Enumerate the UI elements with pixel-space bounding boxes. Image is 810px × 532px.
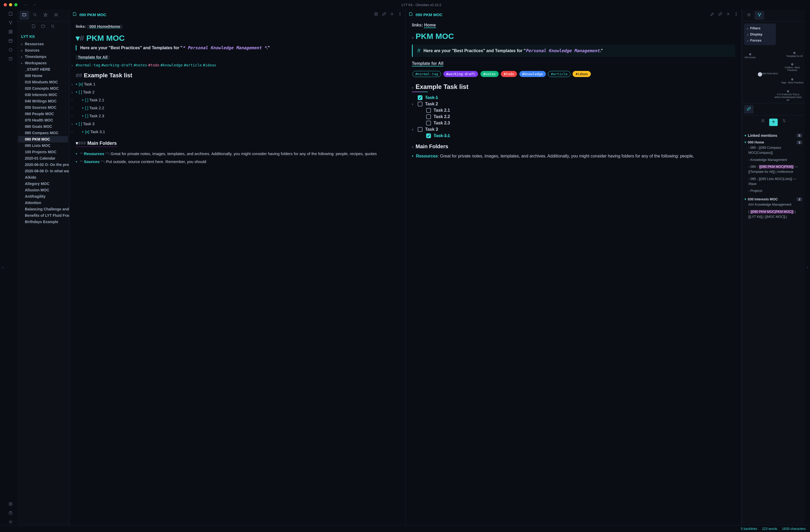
titlebar: ← → LYT Kit - Obsidian v0.10.2 [0, 0, 810, 10]
show-context-icon[interactable] [769, 118, 778, 126]
folder-item[interactable]: ▸Timestamps [17, 53, 69, 60]
svg-rect-8 [9, 39, 12, 42]
file-item[interactable]: 060 People MOC [17, 111, 69, 117]
close-pane-icon[interactable] [726, 12, 730, 17]
graph-display[interactable]: Display [745, 31, 775, 37]
settings-icon[interactable] [9, 520, 14, 525]
file-item[interactable]: 2020-01 Calendar [17, 155, 69, 161]
vault-title: LYT Kit [17, 32, 69, 41]
edit-mode-icon[interactable] [710, 12, 714, 17]
templates-icon[interactable] [9, 48, 14, 53]
new-note-icon[interactable] [32, 24, 36, 29]
graph-filters[interactable]: Filters [745, 25, 775, 31]
graph-node[interactable]: YYYY-MM-DD This is where timestamped not… [774, 90, 803, 101]
collapse-results-icon[interactable] [761, 118, 765, 126]
file-item[interactable]: Aikido [17, 174, 69, 180]
local-graph-tab[interactable] [755, 11, 764, 20]
file-item[interactable]: Attention [17, 199, 69, 206]
file-item[interactable]: 085 Compass MOC [17, 130, 69, 136]
search-tab[interactable] [30, 11, 40, 20]
file-item[interactable]: 050 Sources MOC [17, 104, 69, 111]
file-item[interactable]: Benefits of LYT Fluid Framew [17, 212, 69, 219]
svg-point-11 [10, 503, 11, 504]
tags-tab[interactable] [51, 11, 61, 20]
help-icon[interactable] [9, 511, 14, 516]
starred-tab[interactable] [41, 11, 50, 20]
svg-point-20 [736, 14, 736, 14]
backlinks-tab[interactable] [744, 105, 754, 114]
graph-node[interactable]: 000 Home [745, 53, 756, 59]
file-explorer-tab[interactable] [20, 11, 29, 20]
window-title: LYT Kit - Obsidian v0.10.2 [36, 3, 806, 7]
graph-node-main[interactable]: 090 PKM MOC [758, 72, 778, 77]
svg-rect-10 [9, 503, 12, 505]
svg-point-17 [400, 14, 400, 14]
close-window[interactable] [4, 3, 7, 6]
local-graph[interactable]: Filters Display Forces 000 Home Template… [742, 21, 805, 103]
svg-rect-0 [9, 12, 12, 15]
svg-rect-6 [9, 32, 10, 33]
file-item[interactable]: Allusion MOC [17, 187, 69, 193]
minimize-window[interactable] [9, 3, 12, 6]
more-icon[interactable] [734, 12, 738, 17]
graph-forces[interactable]: Forces [745, 37, 775, 44]
nav-back[interactable]: ← [24, 2, 28, 7]
file-item[interactable]: _START HERE [17, 66, 69, 72]
editor-pane-preview: 090 PKM MOC links: Home▾PKM MOC!!Here ar… [406, 10, 742, 525]
file-item[interactable]: Antifragility [17, 193, 69, 199]
more-icon[interactable] [398, 12, 402, 17]
outline-tab[interactable] [744, 11, 754, 20]
link-pane-icon[interactable] [718, 12, 723, 17]
graph-node[interactable]: Folders - Best Practices [780, 63, 804, 71]
svg-rect-7 [11, 32, 12, 33]
left-sidebar: LYT Kit ▸Resources▸Sources▸Timestamps▸Wo… [17, 10, 69, 525]
pane-title: 090 PKM MOC [416, 13, 708, 17]
file-item[interactable]: 040 Writings MOC [17, 98, 69, 104]
file-item[interactable]: Birthdays Example [17, 219, 69, 225]
vault-icon[interactable] [9, 502, 14, 507]
svg-rect-4 [9, 30, 10, 32]
folder-item[interactable]: ▸Workspaces [17, 60, 69, 66]
file-item[interactable]: 2020-08-08 O- In what way [17, 168, 69, 174]
link-pane-icon[interactable] [382, 12, 386, 17]
close-pane-icon[interactable] [390, 12, 394, 17]
svg-point-19 [736, 13, 736, 13]
file-item[interactable]: 100 Projects MOC [17, 149, 69, 155]
file-item[interactable]: 090 PKM MOC [18, 136, 68, 142]
preview-mode-icon[interactable] [374, 12, 378, 17]
file-item[interactable]: 000 Home [17, 72, 69, 79]
maximize-window[interactable] [14, 3, 17, 6]
folder-item[interactable]: ▸Resources [17, 41, 69, 47]
svg-point-14 [34, 14, 36, 16]
status-backlinks[interactable]: 5 backlinks [741, 527, 757, 531]
file-item[interactable]: 070 Health MOC [17, 117, 69, 123]
canvas-icon[interactable] [9, 30, 14, 35]
collapse-left[interactable]: ‹ [0, 10, 5, 525]
svg-point-18 [400, 15, 400, 16]
file-item[interactable]: Allegory MOC [17, 180, 69, 187]
graph-node[interactable]: Template for All [786, 52, 803, 58]
sort-icon[interactable] [51, 24, 55, 29]
file-item[interactable]: 2020-06-02 O- On the proc [17, 161, 69, 168]
new-folder-icon[interactable] [41, 24, 45, 29]
command-icon[interactable] [9, 57, 14, 62]
file-item[interactable]: 020 Concepts MOC [17, 85, 69, 92]
quick-switcher-icon[interactable] [9, 12, 14, 17]
graph-node[interactable]: Tags - Best Practices [780, 78, 804, 84]
file-item[interactable]: Balancing Challenge and Sk [17, 206, 69, 212]
file-item[interactable]: 095 Lists MOC [17, 142, 69, 149]
file-item[interactable]: 080 Goals MOC [17, 123, 69, 130]
svg-rect-9 [9, 58, 12, 60]
collapse-right[interactable]: › [805, 10, 810, 525]
file-item[interactable]: 030 Interests MOC [17, 92, 69, 98]
daily-note-icon[interactable] [9, 39, 14, 44]
file-item[interactable]: 010 Mindsets MOC [17, 79, 69, 85]
svg-rect-5 [11, 30, 12, 32]
folder-item[interactable]: ▸Sources [17, 47, 69, 53]
editor-pane-source: 090 PKM MOC links: [[000 Home|Home]]▾# P… [69, 10, 406, 525]
right-sidebar: Filters Display Forces 000 Home Template… [742, 10, 805, 525]
svg-point-21 [736, 15, 736, 16]
sort-results-icon[interactable] [782, 118, 786, 126]
nav-forward[interactable]: → [32, 2, 36, 7]
graph-icon[interactable] [9, 21, 14, 26]
